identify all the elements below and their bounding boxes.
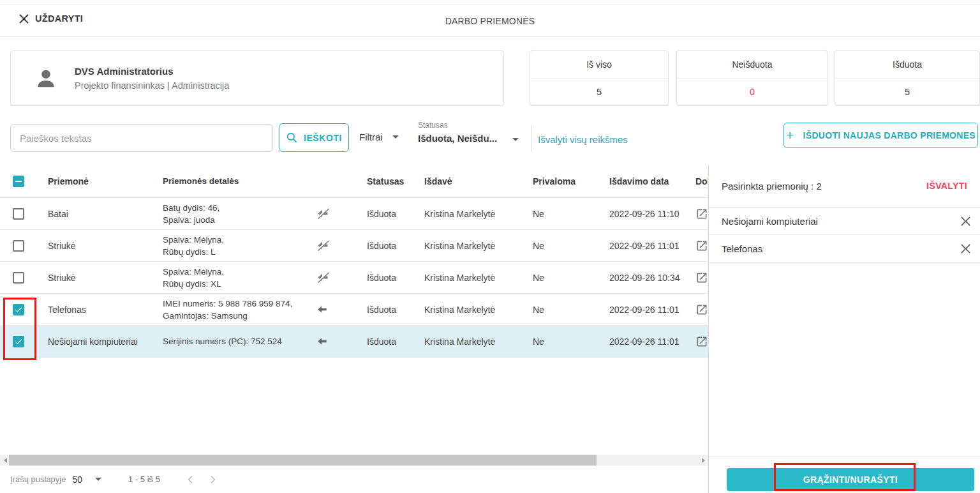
next-page-button[interactable] — [207, 474, 218, 485]
clear-all-filters-link[interactable]: Išvalyti visų reikšmes — [538, 134, 628, 145]
open-document-icon[interactable] — [695, 335, 708, 348]
table-row[interactable]: Batai Batų dydis: 46, Spalva: juoda Išdu… — [0, 198, 708, 230]
page-title: DARBO PRIEMONĖS — [445, 16, 535, 26]
row-status: Išduota — [357, 337, 415, 347]
row-status: Išduota — [357, 273, 415, 283]
filters-dropdown[interactable]: Filtrai — [359, 132, 399, 142]
col-priemone[interactable]: Priemonė — [38, 176, 153, 186]
return-arrow-off-icon — [316, 239, 330, 252]
row-detail-line1: Batų dydis: 46, — [163, 202, 309, 214]
stat-label: Išduota — [835, 51, 979, 79]
remove-item-button[interactable] — [960, 243, 971, 254]
row-detail-line1: IMEI numeris: 5 988 786 959 874, — [163, 298, 309, 310]
close-button[interactable]: UŽDARYTI — [19, 13, 83, 24]
open-document-icon[interactable] — [695, 208, 708, 220]
row-issue-date: 2022-09-26 11:01 — [600, 241, 686, 251]
indeterminate-icon — [15, 181, 22, 182]
open-document-icon[interactable] — [695, 303, 708, 316]
stat-card-not-issued: Neišduota 0 — [676, 50, 828, 106]
remove-item-button[interactable] — [960, 216, 971, 227]
table-row[interactable]: Nešiojami kompiuteriai Serijinis numeirs… — [0, 326, 708, 358]
table-row[interactable]: Striukė Spalva: Mėlyna, Rūbų dydis: L Iš… — [0, 230, 708, 262]
table-row[interactable]: Telefonas IMEI numeris: 5 988 786 959 87… — [0, 294, 708, 326]
row-checkbox[interactable] — [13, 304, 24, 315]
triangle-left-icon — [4, 458, 7, 463]
row-checkbox[interactable] — [13, 336, 24, 347]
check-icon — [14, 305, 23, 314]
row-issuer: Kristina Markelytė — [415, 305, 523, 315]
filters-label: Filtrai — [359, 132, 383, 142]
row-checkbox[interactable] — [13, 240, 24, 252]
open-document-icon[interactable] — [695, 239, 708, 252]
previous-page-button[interactable] — [186, 474, 196, 485]
toolbar-divider — [531, 125, 531, 152]
row-detail-line2: Gamintojas: Samsung — [163, 310, 309, 322]
row-checkbox[interactable] — [13, 272, 24, 284]
row-issue-date: 2022-09-26 11:01 — [600, 305, 686, 315]
clear-selection-button[interactable]: IŠVALYTI — [926, 181, 967, 191]
row-issuer: Kristina Markelytė — [415, 209, 523, 219]
search-icon — [286, 132, 298, 144]
row-issue-date: 2022-09-26 10:34 — [600, 273, 686, 283]
pagination-bar: Įrašų puslapyje 50 1 - 5 iš 5 — [0, 466, 708, 493]
col-statusas[interactable]: Statusas — [357, 176, 415, 186]
stat-card-total: Iš viso 5 — [530, 50, 669, 106]
row-status: Išduota — [357, 241, 415, 251]
row-checkbox[interactable] — [13, 208, 24, 220]
selection-panel-footer: GRĄŽINTI/NURAŠYTI — [709, 457, 980, 493]
selected-item-label: Nešiojami kompiuteriai — [722, 216, 818, 227]
issue-new-tools-label: IŠDUOTI NAUJAS DARBO PRIEMONES — [803, 130, 976, 140]
return-arrow-off-icon — [316, 208, 330, 220]
status-select[interactable]: Statusas Išduota, Neišdu... — [418, 121, 519, 144]
row-mandatory: Ne — [523, 273, 600, 283]
row-detail-line1: Spalva: Mėlyna, — [163, 234, 309, 246]
close-button-label: UŽDARYTI — [35, 13, 83, 24]
chevron-right-icon — [207, 474, 218, 485]
chevron-down-icon — [512, 138, 519, 141]
chevron-down-icon — [95, 478, 101, 481]
row-mandatory: Ne — [523, 305, 600, 315]
selection-panel: Pasirinkta priemonių : 2 IŠVALYTI Nešioj… — [708, 165, 980, 493]
issue-new-tools-button[interactable]: + IŠDUOTI NAUJAS DARBO PRIEMONES — [783, 123, 978, 148]
select-all-checkbox[interactable] — [13, 176, 24, 187]
stat-label: Iš viso — [530, 51, 668, 79]
row-mandatory: Ne — [523, 209, 600, 219]
stat-label: Neišduota — [677, 51, 828, 79]
row-detail-line2: Rūbų dydis: L — [163, 246, 309, 258]
chevron-left-icon — [186, 474, 196, 485]
col-isdavimo-data[interactable]: Išdavimo data — [600, 176, 686, 186]
row-status: Išduota — [357, 305, 415, 315]
col-privaloma[interactable]: Privaloma — [523, 176, 600, 186]
row-priemone: Batai — [38, 209, 153, 219]
rows-per-page-label: Įrašų puslapyje — [10, 474, 66, 484]
table-row[interactable]: Striukė Spalva: Mėlyna, Rūbų dydis: XL I… — [0, 262, 708, 294]
return-arrow-off-icon — [316, 271, 330, 284]
plus-icon: + — [786, 128, 794, 142]
close-icon — [19, 14, 29, 24]
search-input[interactable] — [10, 124, 273, 152]
selected-count-label: Pasirinkta priemonių : 2 — [722, 181, 822, 192]
col-priemones-detales[interactable]: Priemonės detalės — [153, 175, 309, 187]
row-detail-line2: Rūbų dydis: XL — [163, 278, 309, 290]
row-mandatory: Ne — [523, 337, 600, 347]
row-issue-date: 2022-09-26 11:10 — [600, 209, 686, 219]
triangle-right-icon — [702, 458, 705, 463]
col-dokumentai[interactable]: Dokumentai — [686, 176, 708, 186]
scrollbar-thumb[interactable] — [9, 455, 597, 466]
search-button-label: IEŠKOTI — [304, 133, 342, 143]
search-button[interactable]: IEŠKOTI — [279, 123, 349, 152]
col-isdave[interactable]: Išdavė — [415, 176, 523, 186]
row-issue-date: 2022-09-26 11:01 — [600, 337, 686, 347]
person-icon — [33, 66, 59, 91]
return-arrow-icon — [316, 304, 329, 315]
row-priemone: Striukė — [38, 273, 153, 283]
return-writeoff-button[interactable]: GRĄŽINTI/NURAŠYTI — [727, 468, 974, 491]
rows-per-page-select[interactable]: 50 — [72, 474, 101, 485]
open-document-icon[interactable] — [695, 271, 708, 284]
row-priemone: Telefonas — [38, 305, 153, 315]
row-mandatory: Ne — [523, 241, 600, 251]
scroll-right-button[interactable] — [698, 455, 708, 466]
horizontal-scrollbar[interactable] — [0, 455, 708, 466]
status-select-value: Išduota, Neišdu... — [418, 133, 509, 144]
status-select-label: Statusas — [418, 121, 519, 130]
